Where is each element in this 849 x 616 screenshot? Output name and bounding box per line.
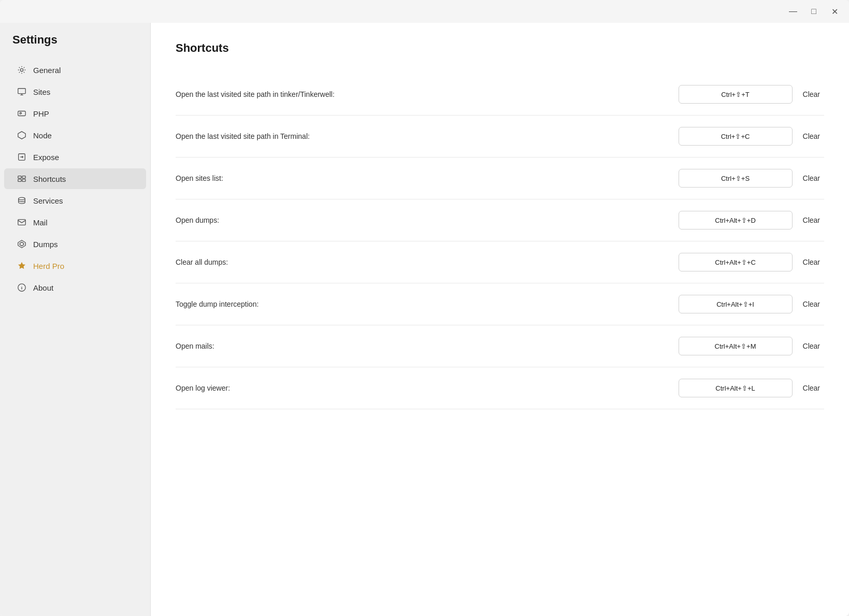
sidebar-item-shortcuts[interactable]: Shortcuts xyxy=(4,168,146,189)
sidebar-item-general[interactable]: General xyxy=(4,60,146,80)
shortcut-keybinding-open-mails[interactable]: Ctrl+Alt+⇧+M xyxy=(679,337,793,355)
clear-button-tinker[interactable]: Clear xyxy=(799,88,824,101)
sidebar-item-php-label: PHP xyxy=(33,109,49,118)
shortcut-keybinding-tinker[interactable]: Ctrl+⇧+T xyxy=(679,85,793,104)
settings-window: — □ ✕ Settings General xyxy=(0,0,849,616)
clear-button-open-dumps[interactable]: Clear xyxy=(799,214,824,226)
shortcut-row: Open the last visited site path in tinke… xyxy=(176,74,824,116)
svg-rect-5 xyxy=(18,176,21,179)
sidebar-item-mail[interactable]: Mail xyxy=(4,212,146,233)
sidebar-item-services[interactable]: Services xyxy=(4,190,146,211)
shortcut-row: Open mails:Ctrl+Alt+⇧+MClear xyxy=(176,325,824,367)
shortcut-label-toggle-interception: Toggle dump interception: xyxy=(176,300,258,308)
sidebar-item-sites[interactable]: Sites xyxy=(4,81,146,102)
info-icon xyxy=(17,282,27,293)
svg-rect-8 xyxy=(22,179,25,182)
sidebar-item-herd-pro-label: Herd Pro xyxy=(33,262,64,270)
sidebar-title: Settings xyxy=(0,33,150,59)
sidebar-item-node-label: Node xyxy=(33,131,52,140)
close-button[interactable]: ✕ xyxy=(828,5,841,18)
shortcut-label-sites-list: Open sites list: xyxy=(176,174,223,182)
shortcut-label-open-log: Open log viewer: xyxy=(176,384,230,392)
sidebar-item-about-label: About xyxy=(33,283,53,292)
sidebar-item-about[interactable]: About xyxy=(4,277,146,298)
clear-button-clear-dumps[interactable]: Clear xyxy=(799,256,824,268)
sidebar-item-herd-pro[interactable]: Herd Pro xyxy=(4,255,146,276)
sidebar-item-shortcuts-label: Shortcuts xyxy=(33,175,66,183)
clear-button-terminal[interactable]: Clear xyxy=(799,130,824,142)
clear-button-open-log[interactable]: Clear xyxy=(799,382,824,394)
sidebar-item-services-label: Services xyxy=(33,196,63,205)
shortcut-keybinding-sites-list[interactable]: Ctrl+⇧+S xyxy=(679,169,793,188)
shortcuts-icon xyxy=(17,174,27,184)
star-icon xyxy=(17,261,27,271)
shortcut-row: Clear all dumps:Ctrl+Alt+⇧+CClear xyxy=(176,241,824,283)
shortcut-row: Open log viewer:Ctrl+Alt+⇧+LClear xyxy=(176,367,824,409)
sidebar: Settings General xyxy=(0,23,150,616)
svg-rect-1 xyxy=(18,89,25,94)
node-icon xyxy=(17,130,27,140)
svg-point-0 xyxy=(20,68,23,71)
sidebar-item-general-label: General xyxy=(33,66,61,75)
shortcut-right-tinker: Ctrl+⇧+TClear xyxy=(679,85,824,104)
shortcut-row: Open dumps:Ctrl+Alt+⇧+DClear xyxy=(176,199,824,241)
clear-button-open-mails[interactable]: Clear xyxy=(799,340,824,352)
svg-marker-3 xyxy=(18,132,25,139)
content-area: Shortcuts Open the last visited site pat… xyxy=(150,23,849,616)
shortcut-label-open-dumps: Open dumps: xyxy=(176,216,219,224)
svg-marker-11 xyxy=(18,240,25,248)
shortcut-label-tinker: Open the last visited site path in tinke… xyxy=(176,90,335,98)
shortcut-row: Toggle dump interception:Ctrl+Alt+⇧+ICle… xyxy=(176,283,824,325)
sidebar-item-node[interactable]: Node xyxy=(4,125,146,146)
expose-icon xyxy=(17,152,27,162)
svg-point-9 xyxy=(19,197,25,200)
services-icon xyxy=(17,195,27,206)
shortcut-label-open-mails: Open mails: xyxy=(176,342,214,350)
php-icon xyxy=(17,108,27,119)
shortcut-right-open-mails: Ctrl+Alt+⇧+MClear xyxy=(679,337,824,355)
gear-icon xyxy=(17,65,27,75)
svg-rect-10 xyxy=(18,220,25,225)
sidebar-item-dumps-label: Dumps xyxy=(33,240,58,249)
shortcut-right-terminal: Ctrl+⇧+CClear xyxy=(679,127,824,146)
shortcut-keybinding-toggle-interception[interactable]: Ctrl+Alt+⇧+I xyxy=(679,295,793,313)
shortcut-right-open-dumps: Ctrl+Alt+⇧+DClear xyxy=(679,211,824,230)
minimize-button[interactable]: — xyxy=(787,5,799,18)
sidebar-item-php[interactable]: PHP xyxy=(4,103,146,124)
shortcut-right-sites-list: Ctrl+⇧+SClear xyxy=(679,169,824,188)
sidebar-item-mail-label: Mail xyxy=(33,218,48,227)
shortcut-label-clear-dumps: Clear all dumps: xyxy=(176,258,228,266)
main-content: Settings General xyxy=(0,23,849,616)
clear-button-sites-list[interactable]: Clear xyxy=(799,172,824,184)
shortcut-keybinding-open-log[interactable]: Ctrl+Alt+⇧+L xyxy=(679,379,793,397)
shortcut-right-open-log: Ctrl+Alt+⇧+LClear xyxy=(679,379,824,397)
sidebar-item-sites-label: Sites xyxy=(33,88,50,96)
shortcut-row: Open the last visited site path in Termi… xyxy=(176,116,824,157)
shortcut-right-toggle-interception: Ctrl+Alt+⇧+IClear xyxy=(679,295,824,313)
page-title: Shortcuts xyxy=(176,41,824,55)
sidebar-item-expose-label: Expose xyxy=(33,153,59,162)
shortcut-keybinding-clear-dumps[interactable]: Ctrl+Alt+⇧+C xyxy=(679,253,793,271)
maximize-button[interactable]: □ xyxy=(808,5,820,18)
shortcut-row: Open sites list:Ctrl+⇧+SClear xyxy=(176,157,824,199)
shortcut-right-clear-dumps: Ctrl+Alt+⇧+CClear xyxy=(679,253,824,271)
clear-button-toggle-interception[interactable]: Clear xyxy=(799,298,824,310)
shortcut-keybinding-terminal[interactable]: Ctrl+⇧+C xyxy=(679,127,793,146)
dumps-icon xyxy=(17,239,27,249)
shortcuts-list: Open the last visited site path in tinke… xyxy=(176,74,824,409)
sidebar-item-expose[interactable]: Expose xyxy=(4,147,146,167)
svg-marker-12 xyxy=(20,242,23,246)
monitor-icon xyxy=(17,87,27,97)
svg-rect-7 xyxy=(18,179,21,182)
shortcut-keybinding-open-dumps[interactable]: Ctrl+Alt+⇧+D xyxy=(679,211,793,230)
title-bar: — □ ✕ xyxy=(0,0,849,23)
shortcut-label-terminal: Open the last visited site path in Termi… xyxy=(176,132,310,140)
sidebar-item-dumps[interactable]: Dumps xyxy=(4,234,146,254)
mail-icon xyxy=(17,217,27,227)
svg-rect-6 xyxy=(22,176,25,179)
